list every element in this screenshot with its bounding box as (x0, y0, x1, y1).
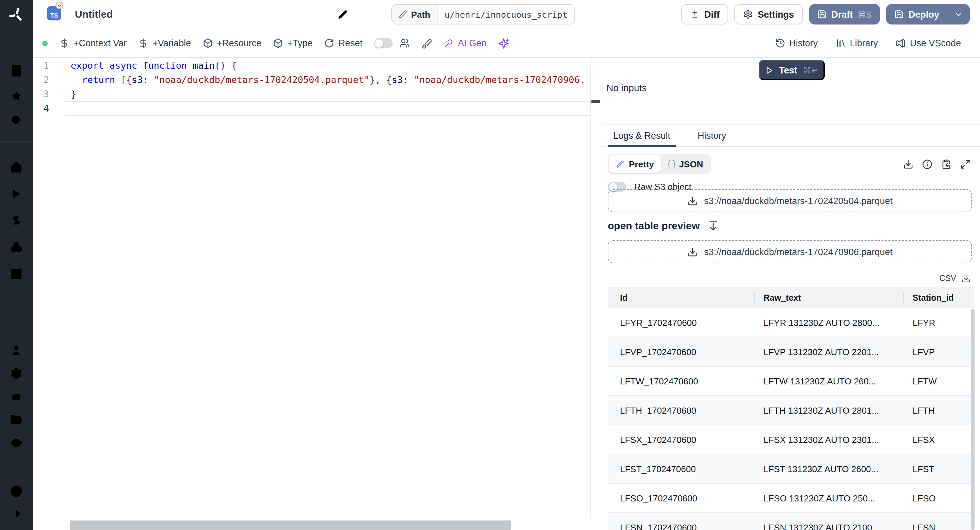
table-row[interactable]: LFVP_1702470600LFVP 131230Z AUTO 2201...… (608, 337, 975, 367)
tab-history[interactable]: History (692, 125, 732, 146)
edit-summary-pencil-icon[interactable] (337, 10, 348, 20)
draft-button[interactable]: Draft ⌘S (809, 4, 880, 24)
favorites-star-icon[interactable] (10, 90, 23, 103)
result-table: IdRaw_textStation_id LFYR_1702470600LFYR… (608, 287, 975, 530)
s3-file-download-1[interactable]: s3://noaa/duckdb/metars-1702420504.parqu… (608, 189, 972, 212)
path-input[interactable]: u/henri/innocuous_script (438, 5, 574, 24)
pretty-view-button[interactable]: Pretty (609, 155, 661, 173)
horizontal-scrollbar[interactable] (70, 520, 511, 530)
runs-play-icon[interactable] (10, 187, 23, 201)
open-table-preview-label: open table preview (608, 220, 700, 231)
table-cell: LFSO (903, 483, 975, 513)
deploy-button[interactable]: Deploy (886, 4, 970, 24)
info-icon[interactable] (922, 159, 932, 169)
json-view-button[interactable]: { } JSON (661, 159, 710, 169)
play-icon (765, 66, 773, 75)
table-row[interactable]: LFSX_1702470600LFSX 131230Z AUTO 2301...… (608, 425, 975, 454)
save-icon (817, 10, 827, 19)
run-panel: Test ⌘↵ No inputs Logs & Result History … (601, 58, 980, 530)
table-row[interactable]: LFSN_1702470600LFSN 131230Z AUTO 2100LFS… (608, 513, 975, 530)
library-button[interactable]: Library (835, 38, 878, 48)
table-cell: LFST_1702470600 (608, 454, 754, 483)
table-row[interactable]: LFST_1702470600LFST 131230Z AUTO 2600...… (608, 454, 975, 483)
download-icon (687, 195, 697, 206)
help-icon[interactable] (10, 484, 23, 498)
wand-sparkles-icon (443, 38, 453, 48)
add-variable-button[interactable]: +Variable (138, 38, 191, 48)
format-brush-icon[interactable] (421, 38, 432, 49)
bun-runtime-icon (55, 1, 64, 10)
sparkles-icon[interactable] (498, 38, 509, 49)
ai-gen-button[interactable]: AI Gen (443, 38, 486, 48)
s3-file-download-2[interactable]: s3://noaa/duckdb/metars-1702470906.parqu… (608, 240, 972, 263)
deploy-dropdown[interactable] (947, 4, 970, 24)
csv-download-icon[interactable] (962, 274, 970, 283)
gear-icon (743, 10, 753, 19)
copy-clipboard-icon[interactable] (941, 159, 951, 169)
table-cell: LFTH (903, 396, 975, 425)
table-cell: LFST (903, 454, 975, 483)
settings-label: Settings (758, 9, 794, 19)
s3-link-1: s3://noaa/duckdb/metars-1702420504.parqu… (704, 195, 892, 206)
vscode-icon (896, 38, 906, 48)
table-header-row: IdRaw_textStation_id (608, 287, 975, 308)
add-type-button[interactable]: +Type (273, 38, 313, 48)
table-row[interactable]: LFSO_1702470600LFSO 131230Z AUTO 250...L… (608, 483, 975, 513)
use-vscode-button[interactable]: Use VScode (896, 38, 961, 48)
table-row[interactable]: LFTH_1702470600LFTH 131230Z AUTO 2801...… (608, 396, 975, 425)
toggle-knob (375, 39, 383, 47)
open-table-preview-button[interactable]: open table preview (608, 220, 719, 231)
test-label: Test (779, 65, 797, 75)
csv-link[interactable]: CSV (940, 273, 956, 283)
home-icon[interactable] (10, 160, 23, 174)
table-row[interactable]: LFYR_1702470600LFYR 131230Z AUTO 2800...… (608, 308, 975, 337)
multiplayer-toggle[interactable] (374, 38, 392, 48)
variables-dollar-icon[interactable] (10, 214, 23, 227)
schedules-calendar-icon[interactable] (10, 267, 23, 280)
add-context-var-button[interactable]: +Context Var (59, 38, 127, 48)
code-line[interactable]: } (71, 87, 588, 102)
table-vertical-scrollbar[interactable] (971, 309, 975, 530)
tab-logs-result[interactable]: Logs & Result (608, 125, 676, 146)
overview-ruler-cursor-marker (592, 100, 600, 103)
folders-icon[interactable] (10, 413, 23, 427)
audit-logs-eye-icon[interactable] (10, 436, 23, 450)
table-cell: LFVP (903, 337, 975, 367)
search-icon[interactable] (10, 114, 23, 127)
script-title: Untitled (75, 8, 113, 20)
settings-gear-icon[interactable] (10, 367, 23, 380)
reset-button[interactable]: Reset (324, 38, 363, 48)
download-result-icon[interactable] (903, 159, 913, 169)
history-button[interactable]: History (775, 38, 818, 48)
windmill-logo-icon[interactable] (8, 7, 24, 23)
table-cell: LFTW (903, 367, 975, 396)
workers-robot-icon[interactable] (10, 390, 23, 403)
history-label: History (789, 38, 818, 48)
multiplayer-toggle-group (374, 38, 409, 48)
table-cell: LFSX (903, 425, 975, 454)
code-line[interactable]: export async function main() { (71, 59, 588, 73)
expand-sidebar-arrow-icon[interactable] (10, 507, 23, 520)
add-resource-button[interactable]: +Resource (202, 38, 261, 48)
table-column-header: Id (608, 287, 754, 308)
table-row[interactable]: LFTW_1702470600LFTW 131230Z AUTO 260...L… (608, 367, 975, 396)
expand-fullscreen-icon[interactable] (960, 159, 970, 169)
test-button[interactable]: Test ⌘↵ (759, 60, 825, 80)
code-line[interactable]: return [{s3: "noaa/duckdb/metars-1702420… (71, 73, 588, 87)
reset-rotate-icon (324, 38, 334, 48)
view-mode-segmented-control: Pretty { } JSON (608, 154, 711, 174)
code-line[interactable] (71, 102, 588, 116)
path-field[interactable]: Path u/henri/innocuous_script (391, 4, 575, 24)
settings-button[interactable]: Settings (735, 4, 803, 24)
vscode-label: Use VScode (910, 38, 961, 48)
save-icon (894, 10, 904, 19)
resources-boxes-icon[interactable] (10, 240, 23, 254)
path-label-section: Path (392, 5, 438, 24)
diff-button[interactable]: Diff (681, 4, 729, 24)
code-editor[interactable]: 1234 export async function main() { retu… (33, 58, 601, 530)
json-label: JSON (679, 159, 703, 169)
reset-label: Reset (339, 38, 363, 48)
pencil-icon (399, 10, 407, 18)
user-icon[interactable] (10, 344, 23, 357)
workspace-icon[interactable] (10, 64, 23, 78)
